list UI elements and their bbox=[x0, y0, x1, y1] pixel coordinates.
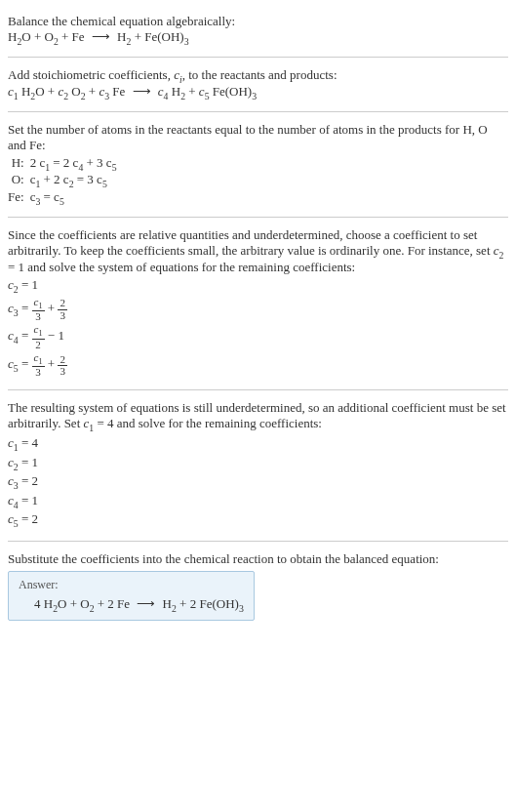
plus: + bbox=[135, 29, 145, 44]
s: 3 bbox=[239, 603, 244, 614]
h2-h: H bbox=[117, 29, 126, 44]
c: 2 c bbox=[30, 155, 46, 170]
step-add-coefficients: Add stoichiometric coefficients, ci, to … bbox=[8, 61, 508, 107]
eq: = 4 bbox=[94, 416, 113, 430]
divider bbox=[8, 57, 508, 58]
ns: 1 bbox=[38, 302, 42, 310]
divider bbox=[8, 389, 508, 390]
coef-line: c3 = c13 + 23 bbox=[8, 297, 508, 323]
c2-sub: 2 bbox=[499, 249, 504, 260]
plus: + bbox=[48, 84, 59, 99]
h2-sub: 2 bbox=[180, 91, 185, 102]
label-o: O: bbox=[8, 172, 30, 189]
arrow-icon: ⟶ bbox=[92, 29, 110, 45]
table-row: O: c1 + 2 c2 = 3 c5 bbox=[8, 172, 117, 189]
fraction: 23 bbox=[58, 354, 67, 377]
a: 4 H bbox=[34, 596, 53, 611]
v: = 2 bbox=[19, 511, 38, 526]
eq: = bbox=[19, 329, 32, 344]
step6-text: Substitute the coefficients into the che… bbox=[8, 551, 508, 567]
coef-line: c2 = 1 bbox=[8, 277, 508, 295]
step2-equation: c1 H2O + c2 O2 + c3 Fe ⟶ c4 H2 + c5 Fe(O… bbox=[8, 84, 508, 102]
d: 3 bbox=[32, 367, 45, 378]
step-atom-balance: Set the number of atoms in the reactants… bbox=[8, 116, 508, 213]
plus: + bbox=[188, 84, 199, 99]
answer-box: Answer: 4 H2O + O2 + 2 Fe ⟶ H2 + 2 Fe(OH… bbox=[8, 571, 255, 621]
answer-label: Answer: bbox=[19, 578, 244, 592]
fraction: c13 bbox=[32, 352, 45, 379]
divider bbox=[8, 111, 508, 112]
table-row: Fe: c3 = c5 bbox=[8, 189, 117, 207]
o2-sub: 2 bbox=[81, 91, 86, 102]
v: = 2 bbox=[19, 473, 38, 488]
eq: = 2 c bbox=[50, 155, 78, 170]
plus: + bbox=[89, 84, 99, 99]
divider bbox=[8, 217, 508, 218]
text-a: Since the coefficients are relative quan… bbox=[8, 227, 494, 258]
fraction: c12 bbox=[32, 324, 45, 350]
fe: Fe bbox=[109, 84, 125, 99]
p: − 1 bbox=[48, 329, 64, 344]
ns: 1 bbox=[38, 329, 42, 338]
eq: + 2 c bbox=[40, 172, 68, 186]
p: + bbox=[48, 301, 59, 315]
o2-o: O bbox=[45, 29, 54, 44]
coef-line: c5 = 2 bbox=[8, 511, 508, 529]
step-set-c1: The resulting system of equations is sti… bbox=[8, 394, 508, 537]
plus: + bbox=[34, 29, 45, 44]
h2o: H bbox=[19, 84, 31, 99]
coef-line: c4 = 1 bbox=[8, 493, 508, 510]
arrow-icon: ⟶ bbox=[137, 596, 155, 612]
n: 2 bbox=[58, 298, 67, 309]
feoh3: Fe(OH) bbox=[210, 84, 253, 99]
coef-line: c4 = c12 − 1 bbox=[8, 324, 508, 350]
step3-text: Set the number of atoms in the reactants… bbox=[8, 122, 508, 153]
ns: 1 bbox=[38, 357, 42, 366]
eq1: = 1 bbox=[8, 260, 24, 274]
o2-sub: 2 bbox=[54, 36, 59, 47]
arrow-icon: ⟶ bbox=[133, 84, 151, 100]
text-b: and solve the system of equations for th… bbox=[24, 260, 355, 274]
a3: + 2 Fe bbox=[95, 596, 134, 611]
d: 3 bbox=[58, 310, 67, 321]
eq-fe: c3 = c5 bbox=[30, 189, 117, 207]
v: = 1 bbox=[19, 493, 38, 508]
step1-equation: H2O + O2 + Fe ⟶ H2 + Fe(OH)3 bbox=[8, 29, 508, 47]
eq: = bbox=[19, 356, 32, 371]
text-b: and solve for the remaining coefficients… bbox=[114, 416, 322, 430]
text-b: , to the reactants and products: bbox=[182, 67, 337, 82]
text-a: Add stoichiometric coefficients, bbox=[8, 67, 174, 82]
d: 2 bbox=[32, 340, 45, 350]
h2-sub: 2 bbox=[127, 36, 132, 47]
s: 5 bbox=[112, 161, 117, 172]
feoh3-sub: 3 bbox=[184, 36, 189, 47]
h2: H bbox=[168, 84, 180, 99]
divider bbox=[8, 541, 508, 542]
step2-text: Add stoichiometric coefficients, ci, to … bbox=[8, 67, 508, 85]
answer-equation: 4 H2O + O2 + 2 Fe ⟶ H2 + 2 Fe(OH)3 bbox=[19, 596, 244, 614]
label-h: H: bbox=[8, 155, 30, 173]
step-set-c2: Since the coefficients are relative quan… bbox=[8, 222, 508, 386]
feoh3: Fe(OH) bbox=[144, 29, 183, 44]
eq: = bbox=[19, 301, 32, 315]
h2o-h: H bbox=[8, 29, 17, 44]
step1-text: Balance the chemical equation algebraica… bbox=[8, 14, 508, 29]
step-balance-intro: Balance the chemical equation algebraica… bbox=[8, 8, 508, 53]
o2: O bbox=[68, 84, 81, 99]
t: = 3 c bbox=[74, 172, 102, 186]
coef-line: c2 = 1 bbox=[8, 455, 508, 472]
h2o-o: O bbox=[21, 29, 30, 44]
coef-line: c5 = c13 + 23 bbox=[8, 352, 508, 379]
eq-o: c1 + 2 c2 = 3 c5 bbox=[30, 172, 117, 189]
t: + 3 c bbox=[83, 155, 111, 170]
s: 5 bbox=[102, 179, 107, 189]
n: 2 bbox=[58, 354, 67, 366]
b2: + 2 Fe(OH) bbox=[177, 596, 239, 611]
coef-line: c1 = 4 bbox=[8, 435, 508, 453]
fe: Fe bbox=[72, 29, 85, 44]
feoh3-sub: 3 bbox=[252, 91, 257, 102]
eq-h: 2 c1 = 2 c4 + 3 c5 bbox=[30, 155, 117, 173]
step5-text: The resulting system of equations is sti… bbox=[8, 400, 508, 433]
fraction: c13 bbox=[32, 297, 45, 323]
coef-line: c3 = 2 bbox=[8, 473, 508, 491]
